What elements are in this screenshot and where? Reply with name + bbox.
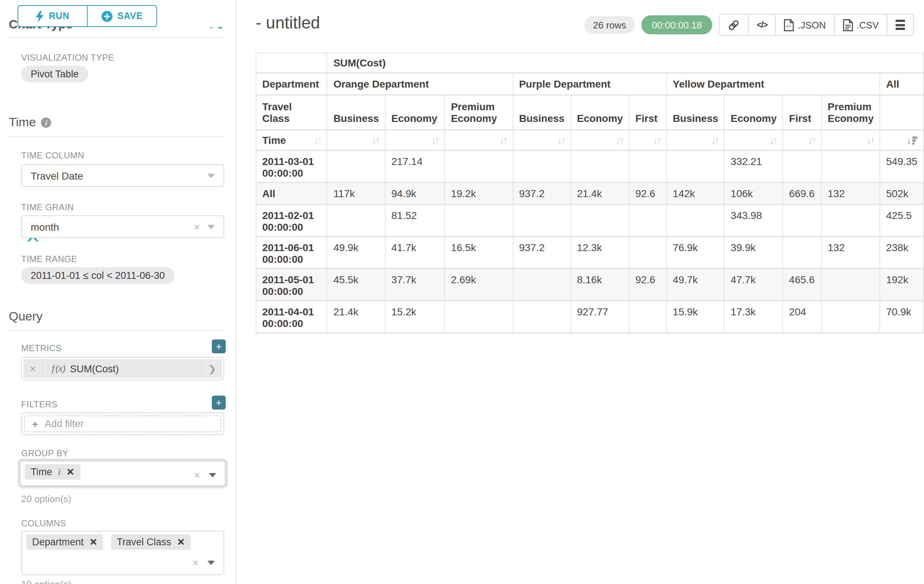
cell: 47.7k <box>725 269 784 301</box>
cell <box>822 151 880 183</box>
clear-icon[interactable]: × <box>193 469 200 481</box>
sort-header[interactable]: ↓↑ <box>571 131 630 151</box>
group-by-label: GROUP BY <box>21 448 68 459</box>
add-filter-dropzone[interactable]: + Add filter <box>24 415 221 432</box>
cell <box>328 205 386 237</box>
department-dimension-header: Department <box>256 74 328 95</box>
app-viewport: Chart Type RUN SAVE VISUALIZATION TYPE P… <box>0 0 924 584</box>
cell: 45.5k <box>328 269 386 301</box>
sort-header[interactable]: ↓↑ <box>630 131 667 151</box>
add-filter-button[interactable]: + <box>212 396 226 410</box>
time-column-value: Travel Date <box>31 170 83 181</box>
group-by-select[interactable]: Time i ✕ × <box>20 461 226 486</box>
cell <box>513 151 571 183</box>
columns-select[interactable]: Department ✕ Travel Class ✕ × <box>21 531 224 575</box>
metric-pill[interactable]: × ƒ(x) SUM(Cost) ❯ <box>23 359 222 378</box>
chevron-down-icon[interactable] <box>208 560 215 565</box>
cell: 937.2 <box>513 183 571 205</box>
row-label: 2011-02-01 00:00:00 <box>256 205 328 237</box>
sort-header[interactable]: ↓↑ <box>513 131 571 151</box>
save-button[interactable]: SAVE <box>87 5 157 27</box>
remove-chip-icon[interactable]: ✕ <box>177 536 185 548</box>
cell: 343.98 <box>725 205 784 237</box>
cell: 49.7k <box>667 269 725 301</box>
export-json-button[interactable]: <> .JSON <box>776 15 834 35</box>
sort-icon[interactable]: ↓↑ <box>371 134 379 146</box>
embed-code-button[interactable]: </> <box>748 15 776 35</box>
chevron-down-icon[interactable] <box>209 473 216 477</box>
run-button-label: RUN <box>49 11 70 21</box>
time-section-title: Time i <box>9 115 51 130</box>
sort-icon[interactable]: ↓↑ <box>499 134 507 146</box>
metrics-control: × ƒ(x) SUM(Cost) ❯ <box>21 357 224 380</box>
cell <box>784 151 822 183</box>
columns-chip-label: Travel Class <box>117 536 171 548</box>
time-column-select[interactable]: Travel Date <box>21 164 224 187</box>
time-column-label: TIME COLUMN <box>21 150 84 161</box>
time-grain-select[interactable]: month × <box>21 216 224 238</box>
sort-icon[interactable]: ↓↑ <box>616 134 623 146</box>
cell: 549.35 <box>880 151 924 183</box>
cell <box>571 151 630 183</box>
sort-header[interactable]: ↓↑ <box>328 131 386 151</box>
sort-icon[interactable]: ↓↑ <box>808 134 815 146</box>
cell: 21.4k <box>571 183 630 205</box>
cell: 204 <box>784 301 822 334</box>
svg-text:<>: <> <box>786 23 792 28</box>
overflow-dash-icon <box>218 27 222 28</box>
clear-icon[interactable]: × <box>193 220 200 233</box>
plus-circle-icon <box>101 11 112 21</box>
remove-chip-icon[interactable]: ✕ <box>89 536 97 548</box>
sort-icon[interactable]: ↓↑ <box>314 134 321 146</box>
cell <box>328 151 386 183</box>
sort-icon[interactable]: ↓↑ <box>711 134 718 146</box>
sort-icon[interactable]: ↓↑ <box>431 134 439 146</box>
more-options-button[interactable] <box>887 15 913 35</box>
col-header: Premium Economy <box>445 95 513 131</box>
clear-icon[interactable]: × <box>192 556 199 569</box>
cell <box>667 151 725 183</box>
time-grain-value: month <box>31 221 59 232</box>
sort-header[interactable]: ↓↑ <box>385 131 445 151</box>
sort-icon[interactable]: ↓↑ <box>769 134 777 146</box>
code-icon: </> <box>757 20 767 30</box>
cell: 425.5 <box>880 205 924 237</box>
sort-header[interactable]: ↓↑ <box>822 131 880 151</box>
cell: 106k <box>725 183 784 205</box>
columns-chip-label: Department <box>32 536 84 548</box>
sort-header-active[interactable]: ↓ <box>880 131 924 151</box>
remove-metric-icon[interactable]: × <box>23 359 43 378</box>
copy-link-button[interactable] <box>719 15 748 35</box>
col-header <box>880 95 924 131</box>
row-label: 2011-06-01 00:00:00 <box>256 237 328 269</box>
sort-icon[interactable]: ↓↑ <box>653 134 660 146</box>
add-metric-button[interactable]: + <box>212 339 226 353</box>
col-header: Economy <box>725 95 784 131</box>
col-header: First <box>630 95 667 131</box>
query-timer-badge: 00:00:00.18 <box>642 15 712 34</box>
cell: 19.2k <box>445 183 513 205</box>
sort-descending-icon[interactable]: ↓ <box>906 135 917 145</box>
chevron-right-icon[interactable]: ❯ <box>201 359 222 378</box>
sort-icon[interactable]: ↓↑ <box>557 134 564 146</box>
sort-header[interactable]: ↓↑ <box>784 131 822 151</box>
remove-chip-icon[interactable]: ✕ <box>66 466 74 477</box>
metric-header: SUM(Cost) <box>328 53 924 74</box>
link-icon <box>728 19 740 31</box>
row-label: 2011-04-01 00:00:00 <box>256 301 328 334</box>
cell: 81.52 <box>385 205 445 237</box>
sort-header[interactable]: ↓↑ <box>445 131 513 151</box>
run-button[interactable]: RUN <box>18 5 87 27</box>
visualization-type-chip[interactable]: Pivot Table <box>21 66 88 82</box>
cell: 669.6 <box>784 183 822 205</box>
export-csv-button[interactable]: .CSV <box>834 15 887 35</box>
sort-header-time[interactable]: Time↓↑ <box>256 131 328 151</box>
export-button-group: </> <> .JSON <box>719 14 914 36</box>
cell: 192k <box>880 269 924 301</box>
cell: 15.2k <box>385 301 445 334</box>
row-label: All <box>256 183 328 205</box>
sort-header[interactable]: ↓↑ <box>725 131 784 151</box>
sort-icon[interactable]: ↓↑ <box>866 134 874 146</box>
sort-header[interactable]: ↓↑ <box>667 131 725 151</box>
time-range-chip[interactable]: 2011-01-01 ≤ col < 2011-06-30 <box>21 267 174 284</box>
